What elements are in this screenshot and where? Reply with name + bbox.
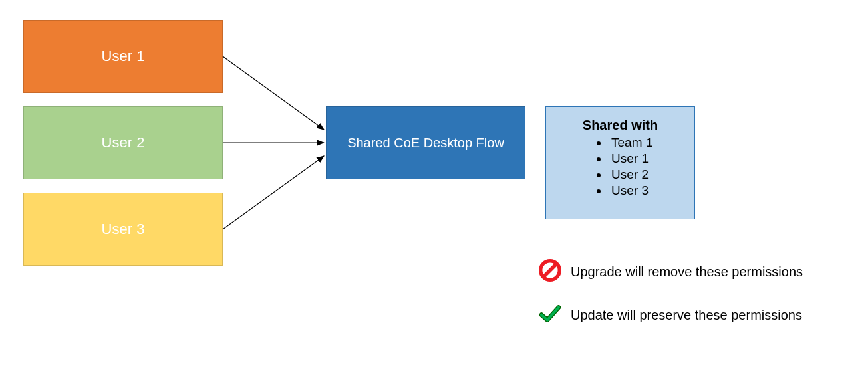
- shared-with-item: User 3: [609, 183, 685, 198]
- svg-line-3: [223, 56, 324, 130]
- shared-with-list: Team 1 User 1 User 2 User 3: [555, 136, 685, 198]
- shared-flow-box: Shared CoE Desktop Flow: [326, 106, 525, 179]
- svg-line-1: [543, 264, 556, 276]
- shared-with-title: Shared with: [555, 118, 685, 133]
- svg-line-5: [223, 156, 324, 229]
- check-icon: [539, 302, 561, 328]
- shared-with-item: User 2: [609, 167, 685, 182]
- user-1-label: User 1: [102, 48, 145, 65]
- user-3-label: User 3: [102, 221, 145, 238]
- prohibit-icon: [539, 259, 561, 285]
- shared-with-item: User 1: [609, 151, 685, 166]
- user-1-box: User 1: [23, 20, 223, 93]
- user-3-box: User 3: [23, 193, 223, 266]
- user-2-box: User 2: [23, 106, 223, 179]
- shared-flow-label: Shared CoE Desktop Flow: [347, 136, 504, 151]
- legend-update: Update will preserve these permissions: [539, 302, 802, 328]
- shared-with-panel: Shared with Team 1 User 1 User 2 User 3: [545, 106, 695, 219]
- legend-upgrade-text: Upgrade will remove these permissions: [571, 264, 803, 280]
- legend-upgrade: Upgrade will remove these permissions: [539, 259, 803, 285]
- shared-with-item: Team 1: [609, 136, 685, 150]
- user-2-label: User 2: [102, 134, 145, 151]
- legend-update-text: Update will preserve these permissions: [571, 308, 802, 323]
